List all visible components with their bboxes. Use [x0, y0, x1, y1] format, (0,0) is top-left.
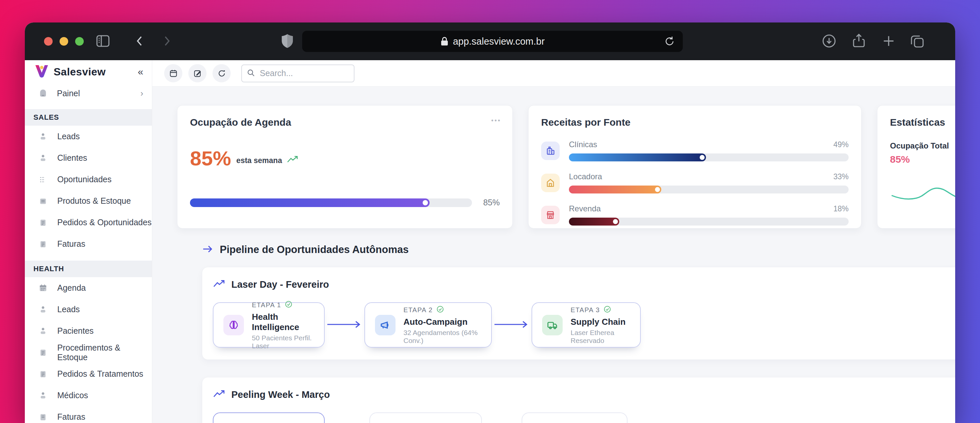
main-area: Ocupação de Agenda ••• 85% esta semana [152, 60, 955, 423]
sidebar-item-label: Pacientes [57, 326, 94, 336]
reload-icon[interactable] [663, 35, 676, 50]
sidebar-item-procedimentos-estoque[interactable]: Procedimentos & Estoque [25, 342, 152, 363]
sidebar-header: Salesview « [25, 60, 152, 83]
list-icon [38, 175, 48, 184]
brand-name: Salesview [54, 66, 138, 78]
share-button[interactable] [851, 32, 867, 50]
calendar-button[interactable] [164, 64, 182, 82]
sidebar-item-label: Pedidos & Tratamentos [57, 369, 143, 379]
downloads-button[interactable] [821, 33, 837, 50]
card-ocupacao-agenda: Ocupação de Agenda ••• 85% esta semana [177, 105, 513, 228]
sidebar-item-pedidos-tratamentos[interactable]: Pedidos & Tratamentos [25, 363, 152, 385]
stage-supply-chain[interactable]: ETAPA 3 Supply Chain Laser Etherea Reser… [531, 302, 641, 348]
home-icon [541, 174, 560, 192]
salesview-logo-icon [34, 64, 49, 80]
sidebar-collapse-button[interactable]: « [138, 67, 143, 77]
pipeline-heading-text: Pipeline de Oportunidades Autônomas [220, 244, 409, 256]
pipeline-group-title: Peeling Week - Março [231, 389, 330, 400]
progress-knob[interactable] [700, 155, 705, 160]
card-receitas-fonte: Receitas por Fonte Clínicas [528, 105, 862, 228]
user-icon [38, 326, 48, 336]
revenue-source-label: Clínicas [569, 140, 597, 149]
sidebar-item-pacientes[interactable]: Pacientes [25, 320, 152, 342]
document-icon [38, 348, 48, 357]
sidebar-toggle-icon[interactable] [95, 33, 111, 50]
stage-card-partial[interactable] [522, 412, 627, 423]
stat-value: 85% [890, 154, 955, 165]
stage-auto-campaign[interactable]: ETAPA 2 Auto-Campaign 32 Agendamentos (6… [364, 302, 492, 348]
revenue-bar-track [569, 185, 849, 193]
revenue-row-clinicas: Clínicas 49% [541, 140, 849, 162]
search-box[interactable] [241, 65, 355, 82]
agenda-progress-track [190, 198, 472, 207]
flow-arrow-icon [494, 320, 530, 330]
chevron-right-icon: › [140, 88, 143, 98]
sidebar-item-label: Oportunidades [57, 174, 111, 184]
brain-icon [223, 315, 244, 335]
user-icon [38, 132, 48, 141]
stage-step-label: ETAPA 3 [571, 306, 600, 314]
card-estatisticas: Estatísticas Ocupação Total 85% [877, 105, 955, 228]
occupancy-caption: esta semana [236, 156, 282, 165]
sidebar-item-pedidos-oportunidades[interactable]: Pedidos & Oportunidades [25, 212, 152, 233]
new-tab-button[interactable] [881, 34, 896, 50]
privacy-shield-icon[interactable] [279, 32, 296, 51]
lock-icon [440, 36, 449, 46]
search-input[interactable] [259, 68, 349, 78]
sidebar-item-label: Leads [57, 304, 80, 314]
refresh-button[interactable] [213, 64, 231, 82]
sidebar-item-agenda[interactable]: Agenda [25, 277, 152, 299]
agenda-progress-fill[interactable] [190, 198, 430, 207]
card-menu-button[interactable]: ••• [491, 117, 501, 124]
revenue-bar-track [569, 154, 849, 162]
sidebar-item-health-faturas[interactable]: Faturas [25, 406, 152, 423]
minimize-window-button[interactable] [60, 37, 68, 46]
browser-chrome: app.salesview.com.br [25, 22, 955, 60]
dashboard-icon [38, 88, 48, 98]
sidebar-item-clientes[interactable]: Clientes [25, 147, 152, 169]
document-icon [38, 239, 48, 249]
check-badge-icon [285, 300, 293, 310]
box-icon [38, 196, 48, 206]
sidebar-section-sales: SALES [25, 109, 152, 126]
revenue-bar-track [569, 218, 849, 225]
address-bar[interactable]: app.salesview.com.br [302, 31, 683, 52]
stage-card-partial[interactable] [369, 412, 482, 423]
revenue-source-label: Locadora [569, 172, 602, 181]
progress-knob[interactable] [655, 187, 660, 192]
document-icon [38, 218, 48, 227]
stage-card-partial[interactable] [213, 412, 325, 423]
compose-button[interactable] [188, 64, 207, 82]
sidebar-item-medicos[interactable]: Médicos [25, 385, 152, 406]
document-icon [38, 369, 48, 379]
sidebar-item-produtos-estoque[interactable]: Produtos & Estoque [25, 190, 152, 212]
occupancy-value: 85% [190, 147, 231, 170]
sidebar-item-label: Pedidos & Oportunidades [57, 218, 151, 227]
sidebar-item-leads[interactable]: Leads [25, 126, 152, 147]
back-button[interactable] [133, 34, 147, 50]
check-badge-icon [436, 305, 444, 315]
progress-knob[interactable] [423, 200, 428, 205]
revenue-bar-fill[interactable] [569, 154, 706, 162]
document-icon [38, 412, 48, 422]
revenue-bar-fill[interactable] [569, 185, 661, 193]
megaphone-icon [375, 315, 396, 335]
trend-up-icon [213, 389, 226, 400]
sidebar-item-faturas[interactable]: Faturas [25, 233, 152, 255]
sidebar-item-health-leads[interactable]: Leads [25, 299, 152, 320]
revenue-row-locadora: Locadora 33% [541, 172, 849, 193]
close-window-button[interactable] [44, 37, 52, 46]
zoom-window-button[interactable] [75, 37, 84, 46]
desktop-background: app.salesview.com.br [0, 0, 980, 423]
progress-knob[interactable] [613, 219, 618, 224]
forward-button[interactable] [159, 34, 174, 50]
tab-overview-button[interactable] [909, 33, 925, 50]
stage-health-intelligence[interactable]: ETAPA 1 Health Intelligence 50 Pacientes… [213, 302, 325, 348]
trend-up-icon [286, 155, 299, 165]
stage-subtitle: Laser Etherea Reservado [571, 329, 630, 345]
sidebar-item-oportunidades[interactable]: Oportunidades [25, 169, 152, 190]
sidebar-item-painel[interactable]: Painel › [25, 83, 152, 103]
arrow-right-icon [202, 244, 214, 256]
revenue-bar-fill[interactable] [569, 218, 619, 225]
store-icon [541, 206, 560, 224]
